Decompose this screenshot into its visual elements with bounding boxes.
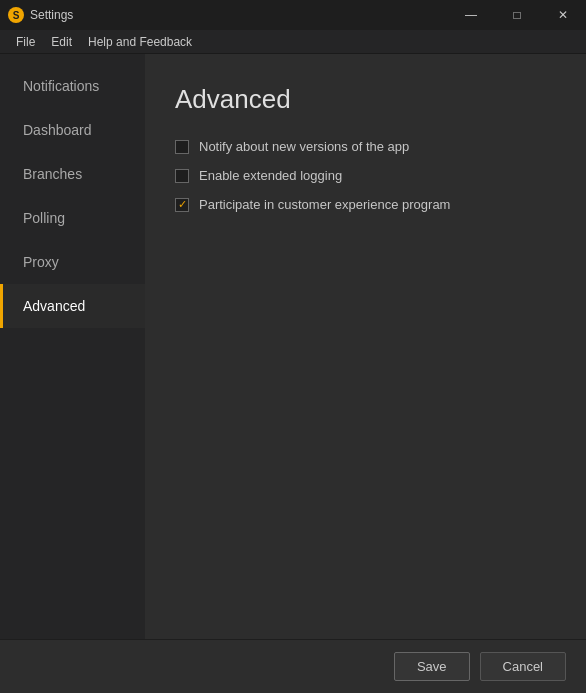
save-button[interactable]: Save (394, 652, 470, 681)
footer: Save Cancel (0, 639, 586, 693)
title-bar: S Settings — □ ✕ (0, 0, 586, 30)
checkbox-label-extended-logging: Enable extended logging (199, 168, 342, 183)
sidebar-item-polling[interactable]: Polling (0, 196, 145, 240)
checkbox-label-customer-experience: Participate in customer experience progr… (199, 197, 450, 212)
minimize-button[interactable]: — (448, 0, 494, 30)
sidebar-item-dashboard[interactable]: Dashboard (0, 108, 145, 152)
checkbox-notify-versions[interactable] (175, 140, 189, 154)
menu-help[interactable]: Help and Feedback (80, 30, 200, 54)
close-button[interactable]: ✕ (540, 0, 586, 30)
checkbox-row-notify[interactable]: Notify about new versions of the app (175, 139, 556, 154)
sidebar-item-branches[interactable]: Branches (0, 152, 145, 196)
window-title: Settings (30, 8, 73, 22)
title-bar-left: S Settings (8, 7, 73, 23)
sidebar-item-proxy[interactable]: Proxy (0, 240, 145, 284)
sidebar-item-advanced[interactable]: Advanced (0, 284, 145, 328)
cancel-button[interactable]: Cancel (480, 652, 566, 681)
menu-edit[interactable]: Edit (43, 30, 80, 54)
sidebar-item-notifications[interactable]: Notifications (0, 64, 145, 108)
menu-file[interactable]: File (8, 30, 43, 54)
checkbox-label-notify-versions: Notify about new versions of the app (199, 139, 409, 154)
checkbox-row-customer[interactable]: Participate in customer experience progr… (175, 197, 556, 212)
checkbox-customer-experience[interactable] (175, 198, 189, 212)
content-area: Advanced Notify about new versions of th… (145, 54, 586, 639)
app-icon: S (8, 7, 24, 23)
menu-bar: File Edit Help and Feedback (0, 30, 586, 54)
page-title: Advanced (175, 84, 556, 115)
checkbox-row-logging[interactable]: Enable extended logging (175, 168, 556, 183)
checkbox-extended-logging[interactable] (175, 169, 189, 183)
title-bar-controls: — □ ✕ (448, 0, 586, 30)
sidebar: Notifications Dashboard Branches Polling… (0, 54, 145, 639)
maximize-button[interactable]: □ (494, 0, 540, 30)
main-layout: Notifications Dashboard Branches Polling… (0, 54, 586, 639)
checkbox-list: Notify about new versions of the app Ena… (175, 139, 556, 212)
